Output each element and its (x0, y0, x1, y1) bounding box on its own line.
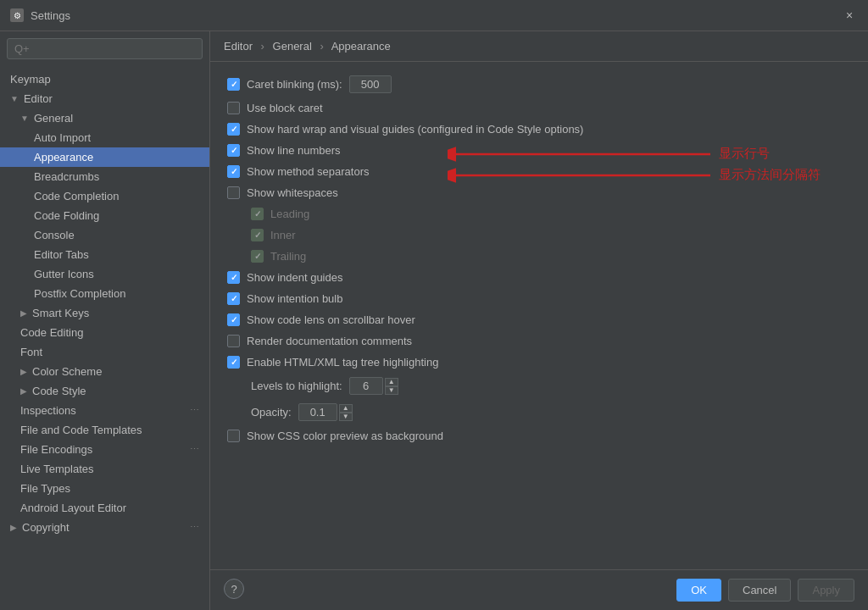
title-bar: ⚙ Settings × (0, 0, 868, 31)
color-scheme-arrow: ▶ (20, 367, 27, 376)
levels-up-button[interactable]: ▲ (385, 378, 398, 386)
leading-checkbox[interactable] (251, 208, 264, 220)
copyright-icon: ⋯ (190, 522, 199, 533)
sidebar-item-editor[interactable]: ▼ Editor (0, 89, 209, 108)
show-method-separators-checkbox[interactable] (227, 165, 240, 178)
code-style-arrow: ▶ (20, 386, 27, 396)
auto-import-label: Auto Import (34, 131, 91, 144)
sidebar-item-keymap[interactable]: Keymap (0, 69, 209, 89)
show-code-lens-checkbox[interactable] (227, 313, 240, 326)
file-code-templates-label: File and Code Templates (20, 424, 142, 436)
leading-row: Leading (227, 208, 851, 220)
sidebar-item-android-layout-editor[interactable]: Android Layout Editor (0, 498, 209, 518)
app-icon: ⚙ (10, 8, 24, 22)
inner-checkbox[interactable] (251, 229, 264, 241)
nav-tree: Keymap ▼ Editor ▼ General Auto Import (0, 66, 209, 610)
sidebar-item-code-completion[interactable]: Code Completion (0, 186, 209, 206)
sidebar-item-smart-keys[interactable]: ▶ Smart Keys (0, 303, 209, 323)
code-completion-label: Code Completion (34, 190, 119, 202)
apply-button[interactable]: Apply (798, 579, 854, 602)
show-code-lens-label: Show code lens on scrollbar hover (247, 313, 415, 326)
cancel-button[interactable]: Cancel (728, 579, 791, 602)
opacity-row: Opacity: ▲ ▼ (227, 403, 851, 421)
caret-blinking-checkbox[interactable] (227, 78, 240, 91)
sidebar-item-editor-tabs[interactable]: Editor Tabs (0, 245, 209, 264)
sidebar-item-file-encodings[interactable]: File Encodings ⋯ (0, 440, 209, 459)
show-method-separators-row: Show method separators 显示方法间分隔符 (227, 165, 851, 178)
sidebar-item-appearance[interactable]: Appearance (0, 147, 209, 167)
show-indent-guides-checkbox[interactable] (227, 271, 240, 284)
levels-down-button[interactable]: ▼ (385, 386, 398, 395)
sidebar-item-font[interactable]: Font (0, 342, 209, 362)
opacity-input[interactable] (298, 403, 337, 421)
show-intention-bulb-row: Show intention bulb (227, 292, 851, 305)
caret-blinking-input[interactable] (349, 75, 392, 93)
sidebar-item-file-code-templates[interactable]: File and Code Templates (0, 420, 209, 440)
opacity-down-button[interactable]: ▼ (339, 413, 353, 421)
copyright-arrow: ▶ (10, 523, 17, 532)
breadcrumb-part1: Editor (224, 40, 253, 53)
sidebar-item-postfix-completion[interactable]: Postfix Completion (0, 284, 209, 303)
leading-label: Leading (270, 208, 309, 220)
inspections-label: Inspections (20, 404, 76, 417)
enable-html-xml-label: Enable HTML/XML tag tree highlighting (247, 356, 438, 369)
line-numbers-cn-label: 显示行号 (719, 146, 770, 162)
show-line-numbers-checkbox[interactable] (227, 144, 240, 157)
file-encodings-label: File Encodings (20, 443, 92, 456)
sidebar-item-color-scheme[interactable]: ▶ Color Scheme (0, 362, 209, 381)
sidebar-item-code-editing[interactable]: Code Editing (0, 323, 209, 342)
sidebar-item-live-templates[interactable]: Live Templates (0, 459, 209, 479)
ok-button[interactable]: OK (676, 579, 721, 602)
inner-row: Inner (227, 229, 851, 241)
sidebar: Keymap ▼ Editor ▼ General Auto Import (0, 31, 210, 610)
sidebar-item-code-style[interactable]: ▶ Code Style (0, 381, 209, 401)
trailing-checkbox[interactable] (251, 250, 264, 263)
show-whitespaces-label: Show whitespaces (247, 186, 338, 199)
sidebar-item-file-types[interactable]: File Types (0, 479, 209, 498)
color-scheme-label: Color Scheme (32, 365, 102, 378)
settings-dialog: ⚙ Settings × Keymap ▼ Editor ▼ (0, 0, 868, 610)
enable-html-xml-checkbox[interactable] (227, 356, 240, 369)
gutter-icons-label: Gutter Icons (34, 268, 94, 280)
code-editing-label: Code Editing (20, 326, 83, 339)
show-hard-wrap-row: Show hard wrap and visual guides (config… (227, 123, 851, 136)
search-input[interactable] (7, 38, 203, 59)
show-whitespaces-row: Show whitespaces (227, 186, 851, 199)
window-title: Settings (31, 9, 834, 22)
show-code-lens-row: Show code lens on scrollbar hover (227, 313, 851, 326)
opacity-up-button[interactable]: ▲ (339, 404, 353, 413)
sidebar-item-breadcrumbs[interactable]: Breadcrumbs (0, 167, 209, 186)
main-wrap: Editor › General › Appearance Caret blin… (210, 31, 868, 610)
breadcrumbs-label: Breadcrumbs (34, 170, 99, 183)
breadcrumb-part3: Appearance (331, 40, 391, 53)
sidebar-item-inspections[interactable]: Inspections ⋯ (0, 401, 209, 420)
general-label: General (34, 112, 73, 125)
render-documentation-checkbox[interactable] (227, 335, 240, 347)
show-whitespaces-checkbox[interactable] (227, 186, 240, 199)
sidebar-item-code-folding[interactable]: Code Folding (0, 206, 209, 225)
keymap-label: Keymap (10, 73, 51, 86)
editor-label: Editor (24, 92, 53, 105)
close-button[interactable]: × (841, 7, 858, 24)
help-button[interactable]: ? (224, 579, 244, 599)
show-intention-bulb-checkbox[interactable] (227, 292, 240, 305)
trailing-row: Trailing (227, 250, 851, 263)
content-area: Keymap ▼ Editor ▼ General Auto Import (0, 31, 868, 610)
show-line-numbers-label: Show line numbers (247, 144, 341, 157)
sidebar-item-console[interactable]: Console (0, 225, 209, 245)
live-templates-label: Live Templates (20, 463, 93, 475)
show-css-label: Show CSS color preview as background (247, 430, 443, 442)
use-block-caret-checkbox[interactable] (227, 102, 240, 114)
smart-keys-arrow: ▶ (20, 308, 27, 318)
sidebar-item-general[interactable]: ▼ General (0, 108, 209, 128)
show-hard-wrap-label: Show hard wrap and visual guides (config… (247, 123, 583, 136)
levels-label: Levels to highlight: (251, 380, 342, 392)
show-hard-wrap-checkbox[interactable] (227, 123, 240, 136)
sidebar-item-gutter-icons[interactable]: Gutter Icons (0, 264, 209, 284)
show-css-checkbox[interactable] (227, 430, 240, 442)
appearance-label: Appearance (34, 151, 93, 164)
levels-input[interactable] (349, 377, 383, 395)
sidebar-item-copyright[interactable]: ▶ Copyright ⋯ (0, 518, 209, 537)
sidebar-item-auto-import[interactable]: Auto Import (0, 128, 209, 147)
breadcrumb-sep1: › (261, 40, 264, 53)
